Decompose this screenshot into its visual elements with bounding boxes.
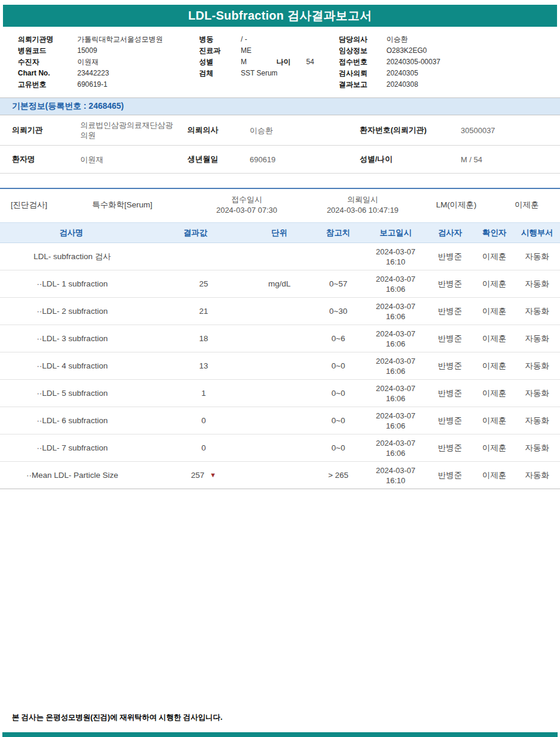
performing-dept: 자동화 [514, 462, 560, 489]
field-value: 690619 [250, 155, 360, 165]
reported-datetime: 2024-03-07 16:06 [366, 298, 426, 325]
field-examinee: 수진자 이원재 [18, 56, 199, 68]
tester: 반병준 [426, 243, 474, 270]
tester: 반병준 [426, 462, 474, 489]
field-value: M / 54 [461, 155, 560, 165]
field-unique-no: 고유번호 690619-1 [18, 79, 199, 90]
field-value: 이원재 [80, 155, 187, 165]
field-label: 의뢰기관명 [18, 34, 77, 45]
field-label: 환자번호(의뢰기관) [360, 125, 461, 136]
field-label: 성별 [199, 56, 241, 68]
field-label: 환자명 [12, 154, 80, 165]
field-receipt-no: 접수번호 20240305-00037 [339, 56, 560, 68]
report-title-bar: LDL-Subfraction 검사결과보고서 [3, 5, 557, 27]
result-value-cell: 0 [143, 407, 248, 434]
result-value-cell: 21 [143, 298, 248, 325]
field-value: O283K2EG0 [386, 45, 427, 56]
field-value: 23442223 [77, 68, 109, 79]
request-label: 의뢰일시 [306, 194, 419, 205]
test-name: ··LDL- 2 subfraction [0, 298, 143, 325]
confirmer: 이제훈 [474, 407, 514, 434]
tester: 반병준 [426, 434, 474, 462]
unit [248, 380, 311, 407]
reference-range: > 265 [311, 462, 366, 489]
basic-info-section-bar: 기본정보(등록번호 : 2468465) [0, 97, 560, 115]
field-clinical-info: 임상정보 O283K2EG0 [339, 45, 560, 56]
confirmer: 이제훈 [474, 434, 514, 462]
col-tester: 검사자 [426, 223, 474, 243]
field-label: 병동 [199, 34, 241, 45]
field-label: 의뢰의사 [187, 125, 250, 136]
test-name: ··LDL- 1 subfraction [0, 270, 143, 298]
report-title: LDL-Subfraction 검사결과보고서 [188, 8, 372, 24]
result-value-cell: 257▼ [143, 462, 248, 489]
field-label: 진료과 [199, 45, 241, 56]
unit [248, 352, 311, 380]
tester: 반병준 [426, 270, 474, 298]
field-test-request-date: 검사의뢰 20240305 [339, 68, 560, 79]
confirmer: 이제훈 [474, 352, 514, 380]
result-value: 0 [202, 416, 206, 425]
reference-range: 0~6 [311, 325, 366, 352]
reference-range: 0~30 [311, 298, 366, 325]
unit: mg/dL [248, 270, 311, 298]
field-hospital-code: 병원코드 15009 [18, 45, 199, 56]
confirmer: 이제훈 [474, 270, 514, 298]
field-label: 결과보고 [339, 79, 386, 90]
field-value: ME [241, 45, 251, 56]
confirmer: 이제훈 [474, 298, 514, 325]
col-result: 결과값 [143, 223, 248, 243]
reported-datetime: 2024-03-07 16:10 [366, 243, 426, 270]
field-value: 이승환 [386, 34, 408, 45]
basic-info-row: 환자명 이원재 생년월일 690619 성별/나이 M / 54 [0, 146, 560, 174]
field-ward: 병동 / - [199, 34, 339, 45]
results-header-row: 검사명 결과값 단위 참고치 보고일시 검사자 확인자 시행부서 [0, 223, 560, 243]
confirmer: 이제훈 [474, 462, 514, 489]
performing-dept: 자동화 [514, 325, 560, 352]
performing-dept: 자동화 [514, 407, 560, 434]
unit [248, 407, 311, 434]
footer-note: 본 검사는 은평성모병원(진검)에 재위탁하여 시행한 검사입니다. [12, 713, 222, 723]
field-label: 나이 [276, 56, 306, 68]
low-marker-icon: ▼ [210, 471, 216, 478]
lab-department: LM(이제훈) [419, 200, 493, 210]
confirmer: 이제훈 [474, 325, 514, 352]
field-sex-age: 성별 M 나이 54 [199, 56, 339, 68]
col-dept: 시행부서 [514, 223, 560, 243]
field-value: 30500037 [461, 125, 560, 136]
patient-header-col-left: 의뢰기관명 가톨릭대학교서울성모병원 병원코드 15009 수진자 이원재 Ch… [18, 34, 199, 90]
result-value-cell: 13 [143, 352, 248, 380]
tester: 반병준 [426, 325, 474, 352]
field-attending-doctor: 담당의사 이승환 [339, 34, 560, 45]
field-department: 진료과 ME [199, 45, 339, 56]
field-label: 생년월일 [187, 154, 250, 165]
field-requesting-org: 의뢰기관명 가톨릭대학교서울성모병원 [18, 34, 199, 45]
result-row: ··LDL- 4 subfraction 13 0~0 2024-03-07 1… [0, 352, 560, 380]
result-value: 18 [199, 334, 208, 343]
reported-datetime: 2024-03-07 16:06 [366, 270, 426, 298]
basic-info-table: 의뢰기관 의료법인삼광의료재단삼광의원 의뢰의사 이승환 환자번호(의뢰기관) … [0, 115, 560, 174]
field-value: 20240308 [386, 79, 418, 90]
patient-header-col-middle: 병동 / - 진료과 ME 성별 M 나이 54 검체 SST Serum [199, 34, 339, 90]
result-value-cell: 25 [143, 270, 248, 298]
field-value: / - [241, 34, 247, 45]
col-reference: 참고치 [311, 223, 366, 243]
field-label: 접수번호 [339, 56, 386, 68]
performing-dept: 자동화 [514, 380, 560, 407]
results-table: 검사명 결과값 단위 참고치 보고일시 검사자 확인자 시행부서 LDL- su… [0, 222, 560, 489]
field-value: 20240305-00037 [386, 56, 441, 68]
result-value: 13 [199, 361, 208, 370]
performing-dept: 자동화 [514, 270, 560, 298]
field-label: 수진자 [18, 56, 77, 68]
result-value: 1 [202, 389, 206, 398]
lab-director: 이제훈 [493, 200, 560, 210]
lab-category: [진단검사] [0, 200, 92, 210]
test-group: 특수화학[Serum] [92, 200, 187, 210]
result-value-cell: 0 [143, 434, 248, 462]
test-name: ··LDL- 7 subfraction [0, 434, 143, 462]
basic-info-row: 의뢰기관 의료법인삼광의료재단삼광의원 의뢰의사 이승환 환자번호(의뢰기관) … [0, 115, 560, 146]
field-label: 고유번호 [18, 79, 77, 90]
unit [248, 462, 311, 489]
tester: 반병준 [426, 380, 474, 407]
field-label: 성별/나이 [360, 154, 461, 165]
